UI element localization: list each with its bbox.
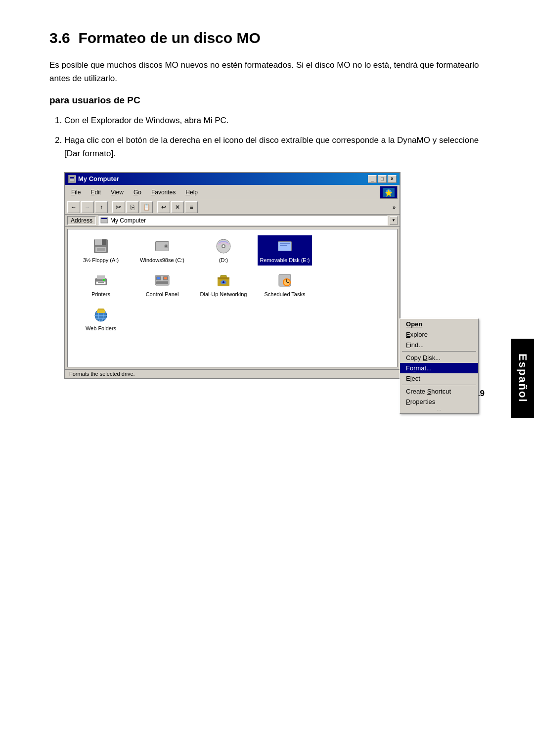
toolbar: ← → ↑ ✂ ⎘ 📋 ↩ ✕ ≡ » [65, 200, 400, 215]
separator-2 [402, 385, 476, 385]
minimize-button[interactable]: _ [368, 175, 377, 183]
svg-rect-37 [218, 277, 229, 279]
menu-edit[interactable]: Edit [87, 188, 105, 197]
icon-ctrlpanel[interactable]: Control Panel [135, 269, 189, 300]
context-menu-open[interactable]: Open [400, 319, 478, 329]
printers-icon [92, 271, 110, 289]
svg-rect-32 [156, 281, 168, 284]
section-number: 3.6 [49, 30, 70, 46]
page-container: 3.6 Formateo de un disco MO Es posible q… [0, 0, 534, 418]
titlebar-icon [68, 175, 76, 183]
icon-dialup-label: Dial-Up Networking [200, 291, 247, 298]
forward-button[interactable]: → [81, 201, 94, 213]
icon-dialup[interactable]: Dial-Up Networking [196, 269, 251, 300]
svg-point-28 [103, 279, 105, 281]
paste-button[interactable]: 📋 [140, 201, 153, 213]
icon-hdd-label: Windows98se (C:) [140, 257, 184, 264]
menu-help[interactable]: Help [181, 188, 202, 197]
win-content: 3½ Floppy (A:) Windows98se (C:) [67, 229, 398, 367]
icon-cdrom-label: (D:) [219, 257, 228, 264]
titlebar-buttons: _ □ × [368, 175, 397, 183]
icon-scheduled[interactable]: Scheduled Tasks [258, 269, 312, 300]
address-dropdown[interactable]: ▼ [390, 216, 398, 225]
titlebar: My Computer _ □ × [65, 173, 400, 185]
context-menu-eject[interactable]: Eject [400, 373, 478, 384]
menu-go[interactable]: Go [130, 188, 145, 197]
menu-view[interactable]: View [107, 188, 128, 197]
window-title: My Computer [78, 175, 119, 182]
maximize-button[interactable]: □ [378, 175, 387, 183]
section-title: Formateo de un disco MO [78, 30, 260, 46]
floppy-icon [92, 237, 110, 255]
icon-printers[interactable]: Printers [74, 269, 128, 300]
icon-hdd[interactable]: Windows98se (C:) [135, 235, 189, 266]
context-menu-copydisk[interactable]: Copy Disk... [400, 353, 478, 363]
icon-ctrlpanel-label: Control Panel [146, 291, 179, 298]
separator-1 [402, 351, 476, 352]
svg-rect-25 [97, 275, 105, 279]
step-1: Con el Explorador de Windows, abra Mi PC… [64, 114, 494, 127]
svg-point-39 [222, 281, 224, 283]
context-menu-format[interactable]: Format... [400, 363, 478, 373]
icon-webfolders[interactable]: Web Folders [74, 304, 128, 334]
svg-rect-11 [97, 248, 105, 251]
up-button[interactable]: ↑ [95, 201, 108, 213]
undo-button[interactable]: ↩ [157, 201, 170, 213]
svg-rect-22 [280, 243, 290, 244]
step-2: Haga clic con el botón de la derecha en … [64, 133, 494, 160]
svg-rect-6 [101, 218, 107, 219]
menu-file[interactable]: File [67, 188, 85, 197]
context-menu-explore[interactable]: Explore [400, 329, 478, 340]
separator-2 [155, 202, 155, 212]
context-menu: Open Explore Find... Copy Disk... Format… [400, 318, 479, 414]
context-menu-createshortcut[interactable]: Create Shortcut [400, 386, 478, 397]
back-button[interactable]: ← [67, 201, 80, 213]
icon-floppy[interactable]: 3½ Floppy (A:) [74, 235, 128, 266]
context-menu-properties[interactable]: Properties [400, 397, 478, 407]
icon-webfolders-label: Web Folders [86, 325, 116, 332]
svg-point-15 [165, 245, 167, 247]
menu-icon [380, 186, 398, 199]
sub-heading: para usuarios de PC [49, 95, 494, 106]
icon-cdrom[interactable]: (D:) [196, 235, 251, 266]
removable-icon [276, 237, 294, 255]
icon-removable-label: Removable Disk (E:) [260, 257, 310, 264]
svg-rect-51 [97, 310, 105, 313]
icon-scheduled-label: Scheduled Tasks [265, 291, 306, 298]
body-text: Es posible que muchos discos MO nuevos n… [49, 58, 494, 85]
icons-grid: 3½ Floppy (A:) Windows98se (C:) [74, 235, 391, 334]
statusbar: Formats the selected drive. [65, 369, 400, 378]
dialup-icon [215, 271, 232, 289]
svg-rect-34 [164, 277, 167, 279]
espanol-tab: Español [511, 339, 534, 418]
svg-rect-27 [98, 282, 104, 283]
cut-button[interactable]: ✂ [112, 201, 125, 213]
webfolders-icon [92, 306, 110, 323]
svg-rect-33 [157, 277, 160, 279]
icon-floppy-label: 3½ Floppy (A:) [83, 257, 119, 264]
svg-rect-9 [102, 239, 106, 245]
icon-printers-label: Printers [91, 291, 110, 298]
address-icon [100, 217, 108, 224]
cdrom-icon [215, 237, 232, 255]
context-menu-find[interactable]: Find... [400, 340, 478, 350]
svg-rect-1 [70, 177, 74, 178]
statusbar-text: Formats the selected drive. [69, 371, 135, 377]
ctrlpanel-icon [153, 271, 171, 289]
section-heading: 3.6 Formateo de un disco MO [49, 30, 494, 46]
svg-rect-23 [280, 245, 287, 246]
menu-favorites[interactable]: Favorites [147, 188, 179, 197]
properties-button[interactable]: ≡ [185, 201, 198, 213]
scheduled-icon [276, 271, 294, 289]
address-input[interactable]: My Computer [98, 216, 388, 225]
titlebar-left: My Computer [68, 175, 119, 183]
svg-point-19 [222, 245, 224, 247]
toolbar-more[interactable]: » [391, 203, 398, 211]
delete-button[interactable]: ✕ [171, 201, 184, 213]
steps-list: Con el Explorador de Windows, abra Mi PC… [64, 114, 494, 160]
windows-screenshot: My Computer _ □ × File Edit View Go Favo… [64, 172, 400, 379]
close-button[interactable]: × [388, 175, 397, 183]
copy-button[interactable]: ⎘ [126, 201, 139, 213]
menubar: File Edit View Go Favorites Help [65, 185, 400, 200]
icon-removable[interactable]: Removable Disk (E:) [258, 235, 312, 266]
